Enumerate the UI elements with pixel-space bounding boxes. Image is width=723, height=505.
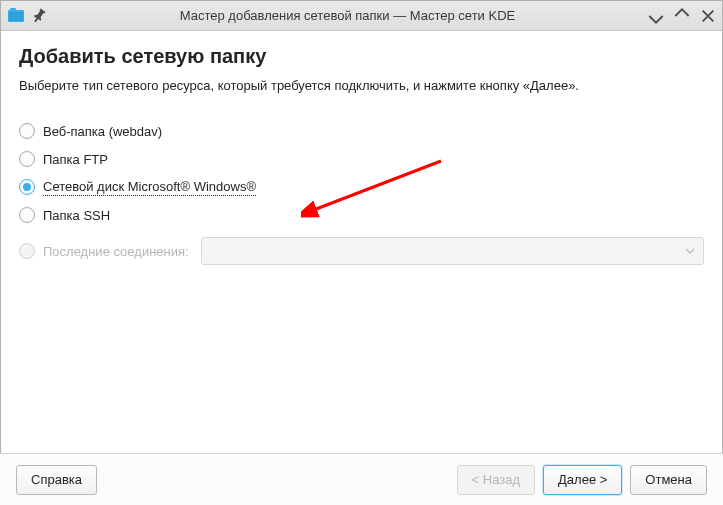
radio-icon [19,123,35,139]
svg-rect-2 [9,12,23,21]
radio-icon [19,179,35,195]
close-button[interactable] [700,8,716,24]
radio-label: Сетевой диск Microsoft® Windows® [43,179,256,196]
page-title: Добавить сетевую папку [19,45,704,68]
radio-icon [19,151,35,167]
window-title: Мастер добавления сетевой папки — Мастер… [53,8,642,23]
cancel-button[interactable]: Отмена [630,465,707,495]
pin-icon[interactable] [31,8,47,24]
wizard-content: Добавить сетевую папку Выберите тип сете… [1,31,722,452]
radio-windows[interactable]: Сетевой диск Microsoft® Windows® [19,173,704,201]
chevron-down-icon [685,246,695,256]
recent-connections-combo [201,237,704,265]
window-controls [648,8,716,24]
radio-label: Папка FTP [43,152,108,167]
radio-label: Папка SSH [43,208,110,223]
wizard-footer: Справка < Назад Далее > Отмена [0,453,723,505]
help-button[interactable]: Справка [16,465,97,495]
radio-recent: Последние соединения: [19,235,704,267]
radio-ftp[interactable]: Папка FTP [19,145,704,173]
radio-webdav[interactable]: Веб-папка (webdav) [19,117,704,145]
radio-label: Последние соединения: [43,244,189,259]
app-icon [7,7,25,25]
radio-label: Веб-папка (webdav) [43,124,162,139]
maximize-button[interactable] [674,8,690,24]
back-button: < Назад [457,465,535,495]
radio-icon [19,207,35,223]
svg-rect-1 [10,8,16,12]
radio-icon [19,243,35,259]
radio-ssh[interactable]: Папка SSH [19,201,704,229]
page-description: Выберите тип сетевого ресурса, который т… [19,78,704,93]
network-type-group: Веб-папка (webdav) Папка FTP Сетевой дис… [19,117,704,267]
next-button[interactable]: Далее > [543,465,622,495]
minimize-button[interactable] [648,8,664,24]
titlebar: Мастер добавления сетевой папки — Мастер… [1,1,722,31]
